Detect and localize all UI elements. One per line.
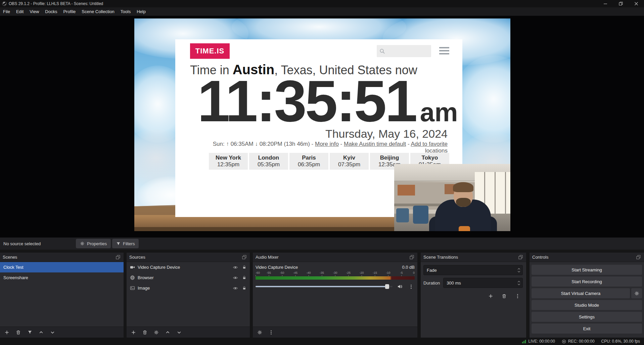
move-source-up-button[interactable]: [163, 328, 172, 336]
audio-mixer-toolbar: [253, 327, 417, 338]
speaker-icon[interactable]: [396, 283, 404, 291]
sources-list: Video Capture Device Browser Image: [127, 262, 250, 327]
timeis-logo: TIME.IS: [190, 43, 230, 59]
virtual-camera-row: Start Virtual Camera: [532, 288, 642, 298]
timeis-sun-line: Sun: ↑ 06:35AM ↓ 08:20PM (13h 46m) - Mor…: [190, 141, 448, 154]
window-controls: [598, 0, 644, 7]
menu-tools[interactable]: Tools: [118, 7, 134, 16]
menu-edit[interactable]: Edit: [13, 7, 27, 16]
mixer-options-kebab-icon[interactable]: [407, 283, 415, 291]
lock-icon[interactable]: [242, 275, 246, 280]
source-item-video-capture[interactable]: Video Capture Device: [127, 262, 250, 272]
start-streaming-button[interactable]: Start Streaming: [532, 265, 642, 275]
exit-button[interactable]: Exit: [532, 324, 642, 334]
transition-select[interactable]: Fade: [423, 265, 523, 275]
world-clock-london: London05:35pm: [249, 153, 288, 170]
properties-button[interactable]: Properties: [76, 239, 111, 248]
scene-item-clock-test[interactable]: Clock Test: [0, 262, 124, 272]
lock-icon[interactable]: [242, 265, 246, 269]
popout-icon[interactable]: [409, 254, 415, 260]
lock-icon[interactable]: [242, 286, 246, 290]
menu-help[interactable]: Help: [134, 7, 149, 16]
controls-body: Start Streaming Start Recording Start Vi…: [530, 262, 644, 338]
popout-icon[interactable]: [115, 254, 121, 260]
scenes-dock: Scenes Clock Test Screenshare: [0, 253, 124, 338]
restore-button[interactable]: [613, 0, 629, 7]
person-shirt: [459, 226, 470, 231]
transition-options-kebab-icon[interactable]: [513, 292, 522, 300]
remove-source-button[interactable]: [140, 328, 149, 336]
add-favorite-link: Add to favorite locations: [411, 141, 448, 154]
preview-area: TIME.IS Time in Austin, Texas, United St…: [0, 16, 644, 238]
move-scene-up-button[interactable]: [37, 328, 46, 336]
advanced-audio-gear-icon[interactable]: [255, 328, 264, 336]
add-source-button[interactable]: [129, 328, 138, 336]
window-title: OBS 29.1.2 - Profile: LLHLS BETA - Scene…: [9, 1, 103, 6]
hamburger-menu-icon: [439, 47, 449, 56]
popout-icon[interactable]: [241, 254, 247, 260]
add-transition-button[interactable]: [486, 292, 495, 300]
scene-transitions-dock: Scene Transitions Fade Duration 300 ms: [421, 253, 526, 338]
person-hair: [453, 182, 473, 192]
office-chair: [396, 208, 409, 222]
move-source-down-button[interactable]: [175, 328, 184, 336]
visibility-eye-icon[interactable]: [233, 265, 238, 270]
menu-profile[interactable]: Profile: [60, 7, 79, 16]
mixer-menu-kebab-icon[interactable]: [267, 328, 276, 336]
add-scene-button[interactable]: [2, 328, 11, 336]
world-clock-kyiv: Kyiv07:35pm: [330, 153, 369, 170]
duration-spinbox[interactable]: 300 ms: [443, 278, 523, 288]
filters-button[interactable]: Filters: [112, 239, 139, 248]
studio-mode-button[interactable]: Studio Mode: [532, 300, 642, 310]
scenes-list: Clock Test Screenshare: [0, 262, 124, 327]
scene-filters-button[interactable]: [25, 328, 34, 336]
meter-tick-marks: [256, 275, 415, 276]
controls-dock-title: Controls: [532, 255, 636, 260]
start-recording-button[interactable]: Start Recording: [532, 276, 642, 287]
visibility-eye-icon[interactable]: [233, 275, 238, 281]
sources-toolbar: [127, 327, 250, 338]
sources-dock-title: Sources: [129, 255, 241, 260]
remove-transition-button[interactable]: [500, 292, 509, 300]
volume-slider-handle[interactable]: [385, 284, 389, 289]
more-info-link: More info: [315, 141, 339, 147]
spinbox-arrows[interactable]: [517, 281, 520, 285]
meter-scale: -60 -55 -50 -45 -40 -35 -30 -25 -20 -15 …: [256, 271, 415, 275]
volume-slider[interactable]: [256, 286, 393, 287]
remove-scene-button[interactable]: [14, 328, 23, 336]
source-properties-button[interactable]: [152, 328, 161, 336]
stream-health-icon: [522, 339, 526, 344]
settings-button[interactable]: Settings: [532, 312, 642, 322]
search-icon: [379, 48, 385, 54]
source-item-image[interactable]: Image: [127, 283, 250, 293]
scenes-toolbar: [0, 327, 124, 338]
volume-meter-right: [256, 278, 415, 279]
virtual-camera-settings-button[interactable]: [631, 288, 642, 298]
title-bar: OBS 29.1.2 - Profile: LLHLS BETA - Scene…: [0, 0, 644, 7]
minimize-button[interactable]: [598, 0, 613, 7]
transition-buttons-row: [423, 292, 523, 300]
scene-item-screenshare[interactable]: Screenshare: [0, 272, 124, 283]
obs-window: OBS 29.1.2 - Profile: LLHLS BETA - Scene…: [0, 0, 644, 345]
popout-icon[interactable]: [636, 254, 641, 260]
scene-preview-canvas[interactable]: TIME.IS Time in Austin, Texas, United St…: [134, 18, 510, 231]
rec-status: REC: 00:00:00: [562, 339, 595, 344]
timeis-date: Thursday, May 16, 2024: [213, 127, 448, 140]
audio-mixer-dock: Audio Mixer Video Capture Device 0.0 dB …: [253, 253, 417, 338]
menu-docks[interactable]: Docks: [42, 7, 60, 16]
popout-icon[interactable]: [518, 254, 523, 260]
image-icon: [130, 286, 135, 291]
webcam-source[interactable]: [394, 164, 510, 231]
menu-scene-collection[interactable]: Scene Collection: [79, 7, 118, 16]
start-virtual-camera-button[interactable]: Start Virtual Camera: [532, 288, 630, 298]
wall-accent: [398, 185, 415, 196]
world-clock-newyork: New York12:35pm: [209, 153, 248, 170]
move-scene-down-button[interactable]: [48, 328, 57, 336]
scene-transitions-dock-header: Scene Transitions: [421, 253, 526, 262]
menu-file[interactable]: File: [0, 7, 13, 16]
visibility-eye-icon[interactable]: [233, 286, 238, 291]
person-beard: [456, 198, 471, 207]
close-button[interactable]: [629, 0, 644, 7]
menu-view[interactable]: View: [27, 7, 42, 16]
source-item-browser[interactable]: Browser: [127, 272, 250, 283]
